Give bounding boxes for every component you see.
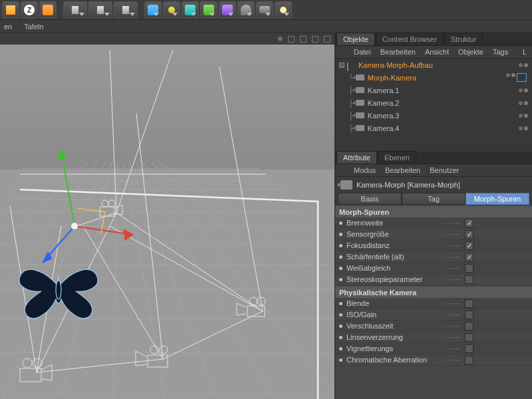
prop-checkbox[interactable] xyxy=(465,344,473,353)
prop-checkbox[interactable] xyxy=(465,356,473,364)
toolbar-btn-generator[interactable] xyxy=(182,1,199,19)
subbar-item2[interactable]: Tafeln xyxy=(24,23,43,31)
subbar-item1[interactable]: en xyxy=(4,23,12,31)
camera-icon xyxy=(356,125,364,131)
tab-objekte[interactable]: Objekte xyxy=(336,33,375,45)
obj-menu-tags[interactable]: Tags xyxy=(493,48,508,56)
attr-menu-bearbeiten[interactable]: Bearbeiten xyxy=(385,166,420,174)
section-phys-kamera: Physikalische Kamera xyxy=(335,287,532,298)
attr-menu-modus[interactable]: Modus xyxy=(354,166,376,174)
toolbar-btn-render2[interactable] xyxy=(88,1,112,19)
toolbar-btn-camera[interactable] xyxy=(256,1,273,19)
tree-row-morph-kamera[interactable]: └ Morph-Kamera xyxy=(335,71,532,84)
toolbar-btn-deformer[interactable] xyxy=(219,1,236,19)
prop-checkbox[interactable] xyxy=(465,311,473,319)
prop-checkbox[interactable] xyxy=(465,299,473,308)
toolbar-btn-render1[interactable] xyxy=(63,1,87,19)
camera-morph-tag-icon[interactable] xyxy=(517,73,527,82)
subtab-tag[interactable]: Tag xyxy=(402,193,466,205)
attribute-panel-tabs: Attribute Ebenen xyxy=(335,152,532,164)
obj-menu-bearbeiten[interactable]: Bearbeiten xyxy=(380,48,416,56)
attribute-panel-menu: Modus Bearbeiten Benutzer xyxy=(335,164,532,177)
tree-label: Kamera.4 xyxy=(368,124,400,132)
prop-label: Linsenverzerrung xyxy=(346,333,441,341)
camera-wire-1 xyxy=(100,201,106,209)
prop-label: Sensorgröße xyxy=(346,230,441,238)
camera-wire-3 xyxy=(148,347,154,355)
camera-wire-4 xyxy=(20,360,27,368)
prop-label: Stereoskopieparameter xyxy=(346,275,441,283)
prop-label: Vignettierungs xyxy=(346,344,441,352)
tree-row-kamera1[interactable]: ├ Kamera.1 xyxy=(335,84,532,96)
prop-row-linsenverzerrung: Linsenverzerrung······ xyxy=(335,332,532,343)
prop-checkbox[interactable] xyxy=(465,253,473,261)
toolbar-btn-light[interactable] xyxy=(275,1,292,19)
tree-label: Kamera.2 xyxy=(368,99,400,107)
viewport[interactable]: ✥ xyxy=(0,33,335,399)
prop-label: Chromatische Aberration xyxy=(346,356,441,364)
prop-label: Verschlusszeit xyxy=(346,322,441,330)
camera-frustums xyxy=(0,33,335,399)
svg-point-43 xyxy=(71,223,78,229)
tab-ebenen[interactable]: Ebenen xyxy=(378,151,416,164)
svg-line-33 xyxy=(37,359,163,372)
svg-line-29 xyxy=(219,66,263,311)
subbar: en Tafeln xyxy=(0,20,532,33)
svg-line-27 xyxy=(136,113,163,359)
prop-row-fokusdistanz: Fokusdistanz······ xyxy=(335,240,532,251)
tree-row-kamera4[interactable]: ├ Kamera.4 xyxy=(335,122,532,134)
prop-label: Schärfentiefe (alt) xyxy=(346,253,441,261)
tree-row-root[interactable]: - Kamera-Morph-Aufbau xyxy=(335,59,532,71)
expand-icon[interactable]: - xyxy=(339,63,344,68)
prop-checkbox[interactable] xyxy=(465,241,473,250)
prop-checkbox[interactable] xyxy=(465,322,473,331)
bullet-icon xyxy=(339,358,342,362)
attr-menu-benutzer[interactable]: Benutzer xyxy=(430,166,459,174)
svg-line-32 xyxy=(110,50,116,213)
prop-checkbox[interactable] xyxy=(465,275,473,284)
svg-line-28 xyxy=(110,226,263,311)
prop-checkbox[interactable] xyxy=(465,230,473,239)
prop-checkbox[interactable] xyxy=(465,333,473,342)
tree-label: Kamera-Morph-Aufbau xyxy=(358,61,433,69)
prop-row-wei-abgleich: Weißabgleich······ xyxy=(335,263,532,274)
tree-row-kamera2[interactable]: ├ Kamera.2 xyxy=(335,96,532,109)
subtab-morph-spuren[interactable]: Morph-Spuren xyxy=(466,193,529,205)
attribute-body: Morph-Spuren Brennweite······Sensorgröße… xyxy=(335,205,532,399)
prop-checkbox[interactable] xyxy=(465,219,473,227)
prop-label: Brennweite xyxy=(346,219,441,227)
camera-morph-icon xyxy=(340,180,352,190)
tree-row-kamera3[interactable]: ├ Kamera.3 xyxy=(335,109,532,122)
camera-icon xyxy=(356,100,364,106)
objects-panel-tabs: Objekte Content Browser Struktur xyxy=(335,33,532,46)
toolbar-btn-prim[interactable] xyxy=(144,1,162,19)
objects-panel-menu: Datei Bearbeiten Ansicht Objekte Tags L xyxy=(335,46,532,59)
prop-row-stereoskopieparameter: Stereoskopieparameter······ xyxy=(335,274,532,285)
transform-gizmo[interactable] xyxy=(48,136,55,144)
obj-menu-datei[interactable]: Datei xyxy=(354,48,371,56)
object-tree[interactable]: - Kamera-Morph-Aufbau └ Morph-Kamera ├ K… xyxy=(335,59,532,152)
toolbar-btn-cube[interactable] xyxy=(39,1,57,19)
prop-row-vignettierungs: Vignettierungs······ xyxy=(335,343,532,354)
toolbar-btn-z[interactable]: Z xyxy=(21,1,38,19)
tab-content-browser[interactable]: Content Browser xyxy=(376,33,444,45)
bullet-icon xyxy=(339,233,342,236)
right-column: Objekte Content Browser Struktur Datei B… xyxy=(335,33,532,399)
attribute-object-title: Kamera-Morph [Kamera-Morph] xyxy=(356,181,460,189)
prop-row-chromatische-aberration: Chromatische Aberration······ xyxy=(335,354,532,366)
tab-struktur[interactable]: Struktur xyxy=(444,33,483,45)
toolbar-btn-env[interactable] xyxy=(237,1,255,19)
tab-attribute[interactable]: Attribute xyxy=(336,151,377,164)
prop-checkbox[interactable] xyxy=(465,264,473,273)
null-icon xyxy=(346,61,355,69)
toolbar-btn-mograph[interactable] xyxy=(200,1,217,19)
toolbar-btn-render3[interactable] xyxy=(114,1,138,19)
obj-menu-ansicht[interactable]: Ansicht xyxy=(425,48,449,56)
obj-menu-more[interactable]: L xyxy=(523,48,527,56)
tree-label: Kamera.3 xyxy=(368,112,400,120)
subtab-basis[interactable]: Basis xyxy=(338,193,402,205)
obj-menu-objekte[interactable]: Objekte xyxy=(458,48,483,56)
toolbar-btn-spline[interactable] xyxy=(163,1,180,19)
prop-row-sensorgr-e: Sensorgröße······ xyxy=(335,229,532,240)
toolbar-btn-axis[interactable] xyxy=(2,1,19,19)
